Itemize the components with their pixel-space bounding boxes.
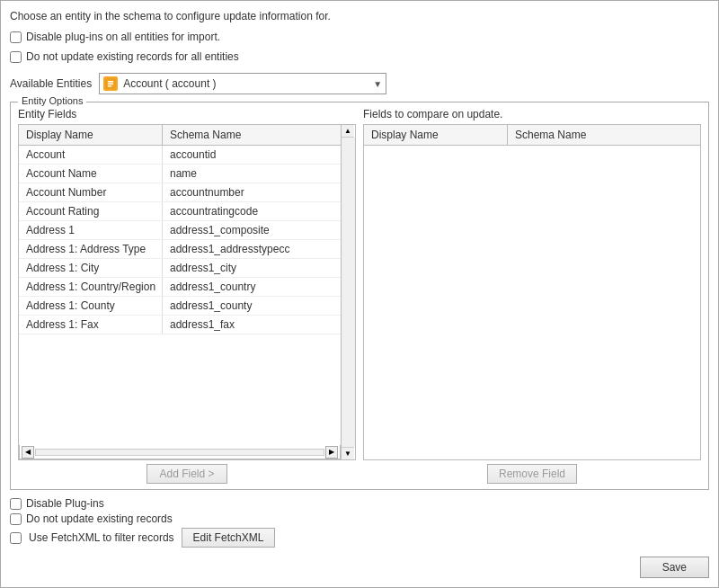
table-row[interactable]: Account Name name (19, 165, 341, 183)
cell-schema: accountratingcode (163, 202, 341, 220)
disable-plugins-checkbox[interactable] (10, 498, 22, 510)
hscroll-bar: ◀ ▶ (19, 445, 341, 459)
entity-fields-body[interactable]: Account accountid Account Name name Acco… (19, 146, 341, 445)
entity-fields-header: Display Name Schema Name (19, 125, 341, 146)
cell-schema: accountnumber (163, 183, 341, 201)
fields-compare-label: Fields to compare on update. (363, 108, 701, 120)
cell-schema: address1_county (163, 297, 341, 315)
compare-col-schema-header: Schema Name (508, 125, 700, 145)
add-field-button[interactable]: Add Field > (146, 464, 227, 484)
table-row[interactable]: Account accountid (19, 146, 341, 165)
cell-schema: address1_city (163, 259, 341, 277)
cell-display: Address 1: County (19, 297, 163, 315)
fetchxml-label: Use FetchXML to filter records (29, 531, 174, 544)
cell-schema: accountid (163, 146, 341, 164)
table-row[interactable]: Account Rating accountratingcode (19, 202, 341, 221)
compare-fields-header: Display Name Schema Name (364, 125, 700, 146)
entity-icon (103, 76, 118, 91)
entity-fields-label: Entity Fields (18, 108, 356, 120)
hscroll-track (35, 449, 324, 456)
cell-display: Address 1: Country/Region (19, 278, 163, 296)
cell-display: Account Rating (19, 202, 163, 220)
disable-plugins-global-label: Disable plug-ins on all entities for imp… (26, 31, 220, 43)
hscroll-right-btn[interactable]: ▶ (325, 446, 338, 459)
no-update-row: Do not update existing records (10, 512, 709, 525)
fields-to-compare-section: Fields to compare on update. Display Nam… (363, 108, 701, 484)
add-field-row: Add Field > (18, 464, 356, 484)
col-display-name-header: Display Name (19, 125, 163, 145)
table-row[interactable]: Address 1: City address1_city (19, 259, 341, 278)
chevron-down-icon: ▼ (373, 79, 382, 89)
cell-display: Address 1: Address Type (19, 240, 163, 258)
instruction-text: Choose an entity in the schema to config… (10, 10, 709, 22)
no-update-checkbox[interactable] (10, 513, 22, 525)
table-row[interactable]: Address 1: County address1_county (19, 297, 341, 316)
cell-display: Address 1: Fax (19, 316, 163, 334)
disable-plugins-global-row: Disable plug-ins on all entities for imp… (10, 31, 709, 43)
edit-fetchxml-button[interactable]: Edit FetchXML (182, 528, 276, 548)
disable-plugins-label: Disable Plug-ins (26, 497, 104, 510)
cell-schema: address1_addresstypecc (163, 240, 341, 258)
hscroll-left-btn[interactable]: ◀ (22, 446, 34, 459)
cell-schema: address1_composite (163, 221, 341, 239)
entity-select[interactable]: Account ( account ) ▼ (99, 73, 386, 94)
compare-fields-body (364, 146, 700, 459)
cell-schema: address1_country (163, 278, 341, 296)
entity-select-text: Account ( account ) (123, 77, 369, 90)
vscroll-up-btn[interactable]: ▲ (342, 125, 354, 138)
disable-plugins-row: Disable Plug-ins (10, 497, 709, 510)
svg-rect-1 (108, 81, 113, 83)
available-entities-label: Available Entities (10, 77, 92, 90)
available-entities-row: Available Entities Account ( account ) ▼ (10, 73, 709, 94)
compare-col-display-header: Display Name (364, 125, 508, 145)
remove-field-button[interactable]: Remove Field (487, 464, 577, 484)
cell-display: Address 1: City (19, 259, 163, 277)
remove-field-row: Remove Field (363, 464, 701, 484)
entity-options-legend: Entity Options (18, 95, 86, 106)
entity-fields-section: Entity Fields Display Name Schema Name A… (18, 108, 356, 484)
vscroll-bar: ▲ ▼ (342, 124, 356, 460)
no-update-global-label: Do not update existing records for all e… (26, 50, 239, 63)
disable-plugins-global-checkbox[interactable] (10, 31, 22, 43)
bottom-checkboxes: Disable Plug-ins Do not update existing … (10, 497, 709, 548)
table-row[interactable]: Address 1: Address Type address1_address… (19, 240, 341, 259)
no-update-label: Do not update existing records (26, 512, 173, 525)
vscroll-track (342, 138, 355, 447)
cell-display: Account Number (19, 183, 163, 201)
footer-row: Save (10, 553, 709, 578)
cell-display: Address 1 (19, 221, 163, 239)
table-row[interactable]: Address 1: Fax address1_fax (19, 316, 341, 334)
entity-options-group: Entity Options Entity Fields Display Nam… (10, 102, 709, 490)
vscroll-down-btn[interactable]: ▼ (342, 447, 354, 459)
table-row[interactable]: Account Number accountnumber (19, 183, 341, 202)
svg-rect-3 (108, 85, 111, 87)
main-container: Choose an entity in the schema to config… (0, 0, 719, 588)
no-update-global-checkbox[interactable] (10, 51, 22, 63)
cell-schema: name (163, 165, 341, 183)
cell-display: Account (19, 146, 163, 164)
cell-schema: address1_fax (163, 316, 341, 334)
svg-rect-2 (108, 84, 113, 85)
save-button[interactable]: Save (640, 557, 709, 578)
col-schema-name-header: Schema Name (163, 125, 341, 145)
cell-display: Account Name (19, 165, 163, 183)
no-update-global-row: Do not update existing records for all e… (10, 50, 709, 63)
table-row[interactable]: Address 1 address1_composite (19, 221, 341, 240)
fetchxml-row: Use FetchXML to filter records Edit Fetc… (10, 528, 709, 548)
fetchxml-checkbox[interactable] (10, 532, 22, 544)
columns-area: Entity Fields Display Name Schema Name A… (18, 108, 701, 484)
table-row[interactable]: Address 1: Country/Region address1_count… (19, 278, 341, 297)
